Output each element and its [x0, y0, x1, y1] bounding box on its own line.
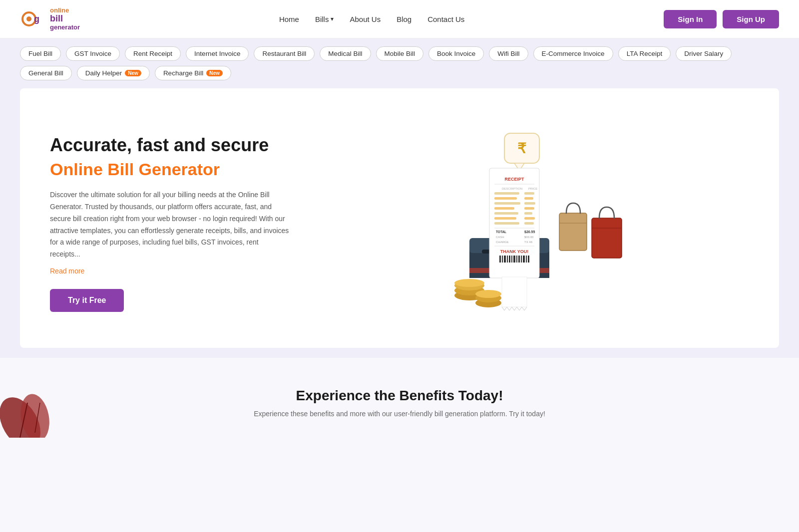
- svg-text:$20.55: $20.55: [524, 230, 535, 234]
- pill-lta-receipt[interactable]: LTA Receipt: [618, 46, 671, 61]
- pill-book-invoice[interactable]: Book Invoice: [428, 46, 484, 61]
- svg-rect-31: [524, 212, 532, 215]
- pill-wifi-bill[interactable]: Wifi Bill: [489, 46, 528, 61]
- svg-rect-55: [523, 256, 525, 263]
- svg-rect-48: [507, 256, 508, 263]
- benefits-heading: Experience the Benefits Today!: [20, 388, 779, 404]
- svg-rect-54: [521, 256, 522, 263]
- svg-text:₹: ₹: [517, 141, 526, 156]
- svg-point-1: [26, 16, 31, 21]
- svg-text:$00.00: $00.00: [524, 236, 534, 239]
- svg-rect-28: [494, 207, 514, 210]
- nav-about[interactable]: About Us: [350, 15, 381, 23]
- svg-rect-32: [494, 217, 516, 220]
- hero-illustration: ₹: [290, 118, 749, 328]
- svg-text:TX 46: TX 46: [524, 241, 533, 244]
- svg-rect-26: [494, 202, 520, 205]
- pill-general-bill[interactable]: General Bill: [20, 66, 72, 80]
- logo-line3: generator: [50, 24, 80, 31]
- leaf-decoration: [0, 378, 70, 438]
- pill-recharge-bill[interactable]: Recharge Bill New: [155, 66, 231, 80]
- svg-text:THANK YOU!: THANK YOU!: [500, 249, 528, 254]
- signup-button[interactable]: Sign Up: [723, 10, 779, 28]
- logo-text: online bill generator: [50, 7, 80, 31]
- svg-rect-27: [524, 202, 535, 205]
- daily-helper-new-badge: New: [125, 70, 141, 76]
- hero-heading2: Online Bill Generator: [50, 160, 290, 179]
- pill-mobile-bill[interactable]: Mobile Bill: [376, 46, 424, 61]
- nav-bills[interactable]: Bills: [315, 15, 334, 23]
- svg-rect-50: [511, 256, 512, 263]
- hero-heading1: Accurate, fast and secure: [50, 134, 290, 156]
- svg-rect-30: [494, 212, 518, 215]
- svg-rect-6: [559, 213, 587, 251]
- svg-text:DESCRIPTION: DESCRIPTION: [502, 187, 522, 190]
- receipt-illustration-svg: ₹: [404, 123, 634, 323]
- svg-rect-53: [518, 256, 520, 263]
- benefits-section: Experience the Benefits Today! Experienc…: [0, 358, 799, 438]
- header: g online bill generator Home Bills About…: [0, 0, 799, 38]
- recharge-bill-new-badge: New: [206, 70, 223, 76]
- svg-rect-51: [513, 256, 515, 263]
- pill-daily-helper[interactable]: Daily Helper New: [77, 66, 150, 80]
- pill-medical-bill[interactable]: Medical Bill: [320, 46, 371, 61]
- svg-rect-52: [516, 256, 517, 263]
- nav-contact[interactable]: Contact Us: [427, 15, 464, 23]
- benefits-subtext: Experience these benefits and more with …: [250, 410, 549, 418]
- pill-rent-receipt[interactable]: Rent Receipt: [125, 46, 181, 61]
- signin-button[interactable]: Sign In: [664, 10, 717, 28]
- logo-line2: bill: [50, 14, 80, 24]
- try-free-button[interactable]: Try it Free: [50, 289, 124, 312]
- logo-line1: online: [50, 7, 80, 14]
- read-more-link[interactable]: Read more: [50, 267, 84, 275]
- pill-navigation: Fuel Bill GST Invoice Rent Receipt Inter…: [0, 38, 799, 88]
- pill-internet-invoice[interactable]: Internet Invoice: [186, 46, 249, 61]
- svg-rect-33: [524, 217, 535, 220]
- svg-text:RECEIPT: RECEIPT: [504, 177, 524, 182]
- pill-gst-invoice[interactable]: GST Invoice: [66, 46, 120, 61]
- main-nav: Home Bills About Us Blog Contact Us: [279, 15, 464, 23]
- svg-rect-47: [504, 256, 506, 263]
- svg-rect-46: [502, 256, 503, 263]
- svg-rect-57: [528, 256, 529, 263]
- svg-rect-25: [524, 197, 533, 200]
- hero-content: Accurate, fast and secure Online Bill Ge…: [50, 134, 290, 312]
- svg-rect-56: [526, 256, 527, 263]
- svg-text:CHARGE: CHARGE: [496, 241, 509, 244]
- svg-rect-58: [502, 277, 527, 307]
- svg-text:CASH: CASH: [496, 236, 504, 239]
- svg-rect-35: [524, 222, 534, 225]
- svg-point-65: [475, 290, 501, 298]
- pill-ecommerce-invoice[interactable]: E-Commerce Invoice: [533, 46, 613, 61]
- svg-rect-23: [524, 192, 534, 195]
- svg-text:g: g: [34, 14, 39, 24]
- svg-rect-49: [509, 256, 510, 263]
- pill-fuel-bill[interactable]: Fuel Bill: [20, 46, 61, 61]
- svg-rect-29: [524, 207, 534, 210]
- hero-section: Accurate, fast and secure Online Bill Ge…: [20, 88, 779, 348]
- pill-restaurant-bill[interactable]: Restaurant Bill: [254, 46, 315, 61]
- logo-svg: g: [20, 6, 46, 32]
- svg-rect-9: [592, 218, 622, 258]
- nav-home[interactable]: Home: [279, 15, 299, 23]
- svg-point-62: [454, 279, 484, 287]
- svg-text:TOTAL: TOTAL: [496, 230, 506, 234]
- svg-text:PRICE: PRICE: [528, 187, 537, 190]
- svg-rect-22: [494, 192, 519, 195]
- hero-description: Discover the ultimate solution for all y…: [50, 189, 290, 261]
- nav-blog[interactable]: Blog: [397, 15, 411, 23]
- svg-rect-34: [494, 222, 519, 225]
- svg-rect-45: [499, 256, 501, 263]
- svg-rect-24: [494, 197, 517, 200]
- pill-driver-salary[interactable]: Driver Salary: [676, 46, 732, 61]
- logo[interactable]: g online bill generator: [20, 6, 80, 32]
- header-buttons: Sign In Sign Up: [664, 10, 779, 28]
